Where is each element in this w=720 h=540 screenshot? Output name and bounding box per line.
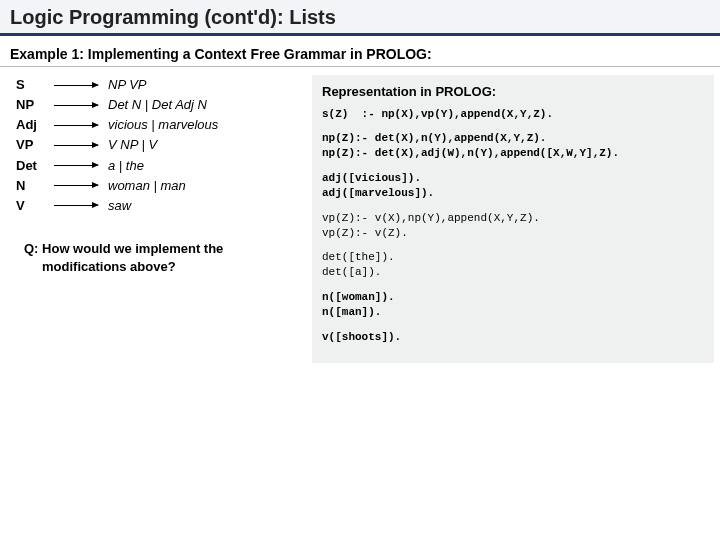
- arrow-icon: [54, 165, 98, 166]
- grammar-rhs: saw: [108, 196, 306, 216]
- grammar-row: S NP VP: [16, 75, 306, 95]
- grammar-row: Det a | the: [16, 156, 306, 176]
- code-group: det([the]). det([a]).: [322, 250, 704, 280]
- grammar-lhs: V: [16, 196, 44, 216]
- question-line: modifications above?: [24, 258, 306, 276]
- grammar-table: S NP VP NP Det N | Det Adj N Adj vicious…: [16, 75, 306, 216]
- code-line: np(Z):- det(X),n(Y),append(X,Y,Z).: [322, 132, 546, 144]
- grammar-rhs: a | the: [108, 156, 306, 176]
- arrow-icon: [54, 205, 98, 206]
- grammar-rhs: V NP | V: [108, 135, 306, 155]
- arrow-icon: [54, 145, 98, 146]
- code-group: adj([vicious]). adj([marvelous]).: [322, 171, 704, 201]
- grammar-row: Adj vicious | marvelous: [16, 115, 306, 135]
- question-line: Q: How would we implement the: [24, 240, 306, 258]
- arrow-icon: [54, 85, 98, 86]
- grammar-lhs: Adj: [16, 115, 44, 135]
- code-line: vp(Z):- v(Z).: [322, 227, 408, 239]
- code-line: n([woman]).: [322, 291, 395, 303]
- arrow-icon: [54, 185, 98, 186]
- prolog-column: Representation in PROLOG: s(Z) :- np(X),…: [312, 75, 714, 363]
- arrow-icon: [54, 125, 98, 126]
- grammar-lhs: NP: [16, 95, 44, 115]
- code-line: vp(Z):- v(X),np(Y),append(X,Y,Z).: [322, 212, 540, 224]
- code-line: adj([marvelous]).: [322, 187, 434, 199]
- grammar-lhs: S: [16, 75, 44, 95]
- grammar-lhs: Det: [16, 156, 44, 176]
- code-line: s(Z) :- np(X),vp(Y),append(X,Y,Z).: [322, 107, 704, 122]
- grammar-column: S NP VP NP Det N | Det Adj N Adj vicious…: [6, 75, 306, 363]
- code-line: n([man]).: [322, 306, 381, 318]
- code-line: v([shoots]).: [322, 330, 704, 345]
- code-group: vp(Z):- v(X),np(Y),append(X,Y,Z). vp(Z):…: [322, 211, 704, 241]
- example-heading: Example 1: Implementing a Context Free G…: [0, 36, 720, 67]
- code-line: det([the]).: [322, 251, 395, 263]
- arrow-icon: [54, 105, 98, 106]
- grammar-row: VP V NP | V: [16, 135, 306, 155]
- grammar-rhs: Det N | Det Adj N: [108, 95, 306, 115]
- question-text: Q: How would we implement the modificati…: [16, 240, 306, 276]
- grammar-rhs: woman | man: [108, 176, 306, 196]
- prolog-heading: Representation in PROLOG:: [322, 83, 704, 101]
- title-bar: Logic Programming (cont'd): Lists: [0, 0, 720, 36]
- grammar-lhs: N: [16, 176, 44, 196]
- content-area: S NP VP NP Det N | Det Adj N Adj vicious…: [0, 67, 720, 363]
- code-group: np(Z):- det(X),n(Y),append(X,Y,Z). np(Z)…: [322, 131, 704, 161]
- grammar-rhs: NP VP: [108, 75, 306, 95]
- code-line: np(Z):- det(X),adj(W),n(Y),append([X,W,Y…: [322, 147, 619, 159]
- grammar-row: NP Det N | Det Adj N: [16, 95, 306, 115]
- grammar-row: V saw: [16, 196, 306, 216]
- code-line: adj([vicious]).: [322, 172, 421, 184]
- grammar-lhs: VP: [16, 135, 44, 155]
- code-group: n([woman]). n([man]).: [322, 290, 704, 320]
- grammar-rhs: vicious | marvelous: [108, 115, 306, 135]
- page-title: Logic Programming (cont'd): Lists: [10, 6, 710, 29]
- grammar-row: N woman | man: [16, 176, 306, 196]
- code-line: det([a]).: [322, 266, 381, 278]
